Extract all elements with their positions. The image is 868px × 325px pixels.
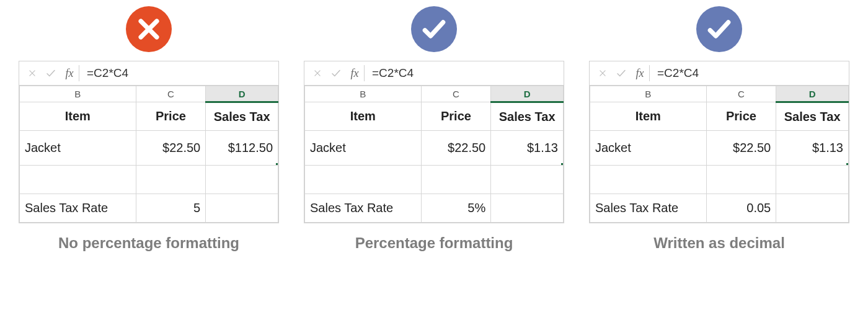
cell-c1[interactable]: Price bbox=[706, 102, 776, 131]
cell-d4[interactable] bbox=[776, 194, 849, 223]
cell-b4[interactable]: Sales Tax Rate bbox=[305, 194, 422, 223]
cell-d2-selected[interactable]: $112.50 bbox=[206, 131, 278, 166]
cell-c4[interactable]: 5% bbox=[421, 194, 491, 223]
col-header-c[interactable]: C bbox=[136, 86, 206, 102]
grid[interactable]: B C D Item Price Sales Tax Jacket $22.50… bbox=[304, 86, 564, 223]
row-1[interactable]: Item Price Sales Tax bbox=[305, 102, 564, 131]
col-header-b[interactable]: B bbox=[305, 86, 422, 102]
grid[interactable]: B C D Item Price Sales Tax Jacket $22.50… bbox=[19, 86, 278, 223]
row-2[interactable]: Jacket $22.50 $1.13 bbox=[590, 131, 849, 166]
row-4[interactable]: Sales Tax Rate 5% bbox=[305, 194, 564, 223]
cell-b2[interactable]: Jacket bbox=[590, 131, 707, 166]
check-icon bbox=[411, 6, 457, 52]
check-icon bbox=[696, 6, 742, 52]
spreadsheet: fx =C2*C4 B C D Item Price Sales Tax bbox=[19, 61, 279, 223]
column-headers[interactable]: B C D bbox=[20, 86, 278, 102]
row-4[interactable]: Sales Tax Rate 5 bbox=[20, 194, 278, 223]
cancel-icon[interactable] bbox=[593, 65, 612, 81]
enter-icon[interactable] bbox=[42, 65, 60, 81]
cell-b4[interactable]: Sales Tax Rate bbox=[20, 194, 136, 223]
grid[interactable]: B C D Item Price Sales Tax Jacket $22.50… bbox=[590, 86, 849, 223]
col-header-d[interactable]: D bbox=[206, 86, 278, 102]
col-header-d[interactable]: D bbox=[491, 86, 564, 102]
spreadsheet: fx =C2*C4 B C D Item Price Sales Tax bbox=[589, 61, 849, 223]
cell-b1[interactable]: Item bbox=[20, 102, 136, 131]
cell-c2[interactable]: $22.50 bbox=[421, 131, 491, 166]
row-1[interactable]: Item Price Sales Tax bbox=[20, 102, 278, 131]
column-headers[interactable]: B C D bbox=[305, 86, 564, 102]
cell-b2[interactable]: Jacket bbox=[20, 131, 136, 166]
cell-c3[interactable] bbox=[706, 166, 776, 194]
formula-input[interactable]: =C2*C4 bbox=[83, 66, 278, 80]
x-icon bbox=[126, 6, 172, 52]
cell-c4[interactable]: 0.05 bbox=[706, 194, 776, 223]
cell-d1[interactable]: Sales Tax bbox=[776, 102, 849, 131]
row-4[interactable]: Sales Tax Rate 0.05 bbox=[590, 194, 849, 223]
caption: No percentage formatting bbox=[58, 234, 239, 252]
cell-d2-selected[interactable]: $1.13 bbox=[776, 131, 849, 166]
fx-icon[interactable]: fx bbox=[60, 65, 79, 81]
cell-c3[interactable] bbox=[421, 166, 491, 194]
cell-d1[interactable]: Sales Tax bbox=[491, 102, 564, 131]
enter-icon[interactable] bbox=[327, 65, 345, 81]
cell-b2[interactable]: Jacket bbox=[305, 131, 422, 166]
fx-icon[interactable]: fx bbox=[345, 65, 365, 81]
cell-b1[interactable]: Item bbox=[305, 102, 422, 131]
row-2[interactable]: Jacket $22.50 $112.50 bbox=[20, 131, 278, 166]
row-3[interactable] bbox=[590, 166, 849, 194]
panel-no-formatting: fx =C2*C4 B C D Item Price Sales Tax bbox=[19, 6, 279, 252]
row-3[interactable] bbox=[20, 166, 278, 194]
row-3[interactable] bbox=[305, 166, 564, 194]
cell-b3[interactable] bbox=[305, 166, 422, 194]
cell-d3[interactable] bbox=[776, 166, 849, 194]
formula-input[interactable]: =C2*C4 bbox=[368, 66, 564, 80]
formula-bar: fx =C2*C4 bbox=[590, 61, 849, 86]
spreadsheet: fx =C2*C4 B C D Item Price Sales Tax bbox=[304, 61, 564, 223]
formula-bar: fx =C2*C4 bbox=[19, 61, 278, 86]
cell-d1[interactable]: Sales Tax bbox=[206, 102, 278, 131]
enter-icon[interactable] bbox=[612, 65, 631, 81]
cell-d3[interactable] bbox=[206, 166, 278, 194]
caption: Percentage formatting bbox=[355, 234, 513, 252]
col-header-b[interactable]: B bbox=[590, 86, 707, 102]
cell-c3[interactable] bbox=[136, 166, 206, 194]
cancel-icon[interactable] bbox=[308, 65, 327, 81]
cell-c4[interactable]: 5 bbox=[136, 194, 206, 223]
cell-c1[interactable]: Price bbox=[136, 102, 206, 131]
caption: Written as decimal bbox=[653, 234, 785, 252]
cell-c1[interactable]: Price bbox=[421, 102, 491, 131]
cancel-icon[interactable] bbox=[23, 65, 42, 81]
col-header-b[interactable]: B bbox=[20, 86, 136, 102]
cell-d4[interactable] bbox=[206, 194, 278, 223]
cell-b4[interactable]: Sales Tax Rate bbox=[590, 194, 707, 223]
panel-percentage-formatting: fx =C2*C4 B C D Item Price Sales Tax bbox=[304, 6, 564, 252]
comparison-wrap: fx =C2*C4 B C D Item Price Sales Tax bbox=[0, 0, 868, 264]
column-headers[interactable]: B C D bbox=[590, 86, 849, 102]
cell-c2[interactable]: $22.50 bbox=[136, 131, 206, 166]
cell-b1[interactable]: Item bbox=[590, 102, 707, 131]
cell-d3[interactable] bbox=[491, 166, 564, 194]
row-2[interactable]: Jacket $22.50 $1.13 bbox=[305, 131, 564, 166]
col-header-c[interactable]: C bbox=[706, 86, 776, 102]
col-header-c[interactable]: C bbox=[421, 86, 491, 102]
cell-d4[interactable] bbox=[491, 194, 564, 223]
cell-c2[interactable]: $22.50 bbox=[706, 131, 776, 166]
panel-decimal: fx =C2*C4 B C D Item Price Sales Tax bbox=[589, 6, 849, 252]
fx-icon[interactable]: fx bbox=[631, 65, 650, 81]
formula-input[interactable]: =C2*C4 bbox=[653, 66, 849, 80]
cell-b3[interactable] bbox=[590, 166, 707, 194]
row-1[interactable]: Item Price Sales Tax bbox=[590, 102, 849, 131]
formula-bar: fx =C2*C4 bbox=[304, 61, 564, 86]
col-header-d[interactable]: D bbox=[776, 86, 849, 102]
cell-b3[interactable] bbox=[20, 166, 136, 194]
cell-d2-selected[interactable]: $1.13 bbox=[491, 131, 564, 166]
